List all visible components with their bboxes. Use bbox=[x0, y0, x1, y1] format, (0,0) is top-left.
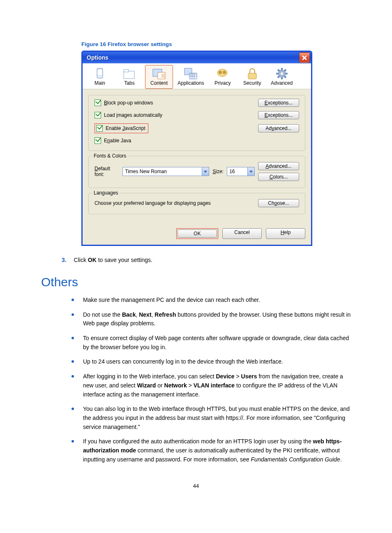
svg-rect-2 bbox=[124, 71, 134, 79]
tabs-icon bbox=[122, 67, 137, 80]
category-toolbar: Main Tabs 页 Content Applications bbox=[83, 63, 311, 89]
default-font-label: Default font: bbox=[95, 166, 119, 177]
tab-applications[interactable]: Applications bbox=[175, 65, 207, 89]
svg-line-21 bbox=[284, 70, 286, 71]
tab-label: Content bbox=[150, 80, 168, 86]
svg-line-22 bbox=[278, 76, 279, 78]
step-number: 3. bbox=[62, 257, 67, 263]
svg-point-10 bbox=[219, 71, 222, 74]
svg-rect-3 bbox=[124, 70, 129, 72]
tab-label: Advanced bbox=[271, 80, 293, 86]
close-icon[interactable] bbox=[300, 53, 309, 63]
cancel-button[interactable]: Cancel bbox=[222, 228, 262, 239]
checkbox-images[interactable] bbox=[95, 112, 101, 118]
languages-prompt: Choose your preferred language for displ… bbox=[95, 200, 211, 206]
checkbox-label: Load images automatically bbox=[104, 112, 162, 118]
svg-rect-12 bbox=[248, 73, 256, 79]
checkbox-popup[interactable] bbox=[95, 100, 101, 106]
list-item: To ensure correct display of Web page co… bbox=[69, 334, 351, 357]
advanced-button[interactable]: Advanced... bbox=[258, 162, 299, 170]
list-item: Do not use the Back, Next, Refresh butto… bbox=[69, 311, 351, 334]
options-dialog: Options Main Tabs 页 Content bbox=[81, 51, 312, 246]
tab-privacy[interactable]: Privacy bbox=[209, 65, 237, 89]
ok-highlight: OK bbox=[176, 228, 218, 239]
tab-label: Security bbox=[243, 80, 261, 86]
svg-rect-8 bbox=[189, 73, 197, 79]
tab-label: Tabs bbox=[124, 80, 134, 86]
fonts-colors-group: Fonts & Colors Default font: Times New R… bbox=[88, 156, 305, 188]
colors-button[interactable]: Colors... bbox=[258, 173, 299, 181]
size-select[interactable]: 16 bbox=[227, 167, 255, 176]
title-bar-title: Options bbox=[87, 54, 108, 61]
tab-main[interactable]: Main bbox=[86, 65, 114, 89]
tab-content[interactable]: 页 Content bbox=[145, 65, 173, 89]
exceptions-button[interactable]: Exceptions... bbox=[258, 111, 299, 119]
group-legend: Languages bbox=[92, 190, 120, 196]
svg-line-20 bbox=[284, 76, 286, 78]
svg-line-19 bbox=[278, 70, 279, 71]
tab-label: Applications bbox=[178, 80, 204, 86]
svg-rect-1 bbox=[97, 69, 102, 76]
title-bar: Options bbox=[83, 52, 311, 63]
list-item: You can also log in to the Web interface… bbox=[69, 405, 351, 437]
list-item: After logging in to the Web interface, y… bbox=[69, 372, 351, 405]
heading-others: Others bbox=[41, 275, 392, 289]
figure-caption: Figure 16 Firefox browser settings bbox=[81, 41, 392, 47]
others-list: Make sure the management PC and the devi… bbox=[69, 296, 351, 470]
security-icon bbox=[245, 67, 260, 80]
privacy-icon bbox=[215, 67, 230, 80]
tab-label: Privacy bbox=[214, 80, 231, 86]
size-label: Size: bbox=[212, 169, 224, 174]
checkbox-js[interactable] bbox=[96, 125, 103, 132]
checkbox-java[interactable] bbox=[95, 137, 101, 144]
dialog-buttons: OK Cancel Help bbox=[83, 225, 311, 245]
content-icon: 页 bbox=[152, 67, 166, 80]
list-item: Up to 24 users can concurrently log in t… bbox=[69, 357, 351, 372]
help-button[interactable]: Help bbox=[266, 228, 305, 239]
font-select[interactable]: Times New Roman bbox=[122, 167, 209, 176]
advanced-button[interactable]: Advanced... bbox=[258, 124, 299, 132]
svg-point-11 bbox=[223, 71, 226, 74]
enable-js-highlight: Enable JavaScript bbox=[95, 123, 148, 133]
list-item: Make sure the management PC and the devi… bbox=[69, 296, 351, 311]
checkbox-label: Enable Java bbox=[104, 138, 131, 144]
applications-icon bbox=[183, 67, 198, 80]
step-3: 3. Click OK to save your settings. bbox=[62, 256, 392, 264]
exceptions-button[interactable]: Exceptions... bbox=[258, 99, 299, 107]
list-item: If you have configured the auto authenti… bbox=[69, 437, 351, 470]
checkbox-label: BBlock pop-up windowslock pop-up windows bbox=[104, 100, 153, 106]
group-legend: Fonts & Colors bbox=[92, 153, 128, 159]
main-icon bbox=[92, 67, 107, 80]
checkbox-label: Enable JavaScript bbox=[106, 125, 145, 131]
page-number: 44 bbox=[0, 483, 392, 489]
content-settings-group: BBlock pop-up windowslock pop-up windows… bbox=[88, 95, 305, 151]
tab-tabs[interactable]: Tabs bbox=[115, 65, 143, 89]
tab-label: Main bbox=[95, 80, 105, 86]
choose-button[interactable]: Choose... bbox=[258, 199, 299, 207]
languages-group: Languages Choose your preferred language… bbox=[88, 193, 305, 214]
ok-button[interactable]: OK bbox=[178, 229, 217, 238]
gear-icon bbox=[274, 67, 289, 80]
svg-point-14 bbox=[281, 72, 283, 75]
tab-advanced[interactable]: Advanced bbox=[268, 65, 296, 89]
svg-text:页: 页 bbox=[161, 74, 165, 78]
tab-security[interactable]: Security bbox=[238, 65, 266, 89]
